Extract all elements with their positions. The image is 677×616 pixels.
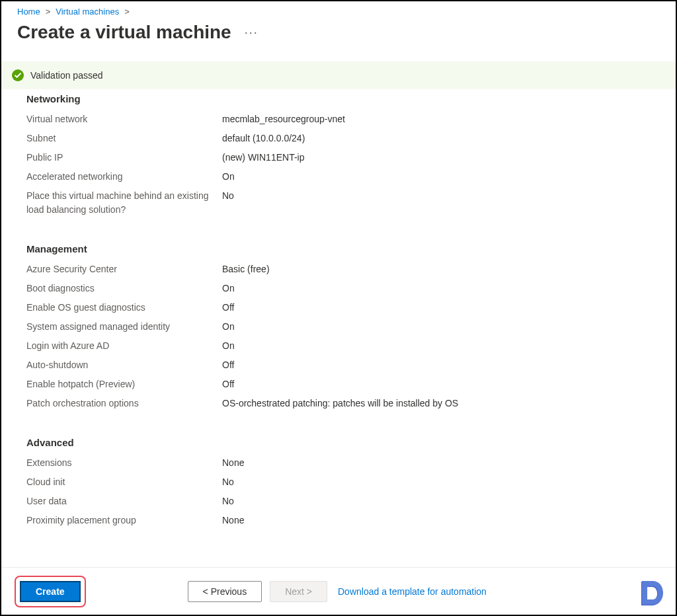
label-accelerated-networking: Accelerated networking: [26, 170, 222, 184]
label-patch-orchestration: Patch orchestration options: [26, 397, 222, 410]
label-managed-identity: System assigned managed identity: [26, 320, 222, 334]
label-user-data: User data: [26, 494, 222, 508]
value-azure-ad: On: [222, 339, 235, 353]
label-hotpatch: Enable hotpatch (Preview): [26, 377, 222, 391]
label-extensions: Extensions: [26, 456, 222, 470]
label-auto-shutdown: Auto-shutdown: [26, 358, 222, 372]
validation-text: Validation passed: [30, 70, 102, 81]
label-public-ip: Public IP: [26, 151, 222, 165]
brand-logo-icon: [636, 578, 668, 609]
create-button[interactable]: Create: [20, 581, 81, 602]
breadcrumb: Home > Virtual machines >: [17, 7, 660, 17]
value-proximity-placement: None: [222, 514, 244, 527]
value-subnet: default (10.0.0.0/24): [222, 132, 305, 145]
label-load-balancing: Place this virtual machine behind an exi…: [26, 189, 222, 217]
section-title-networking: Networking: [26, 93, 660, 104]
chevron-right-icon: >: [46, 7, 51, 17]
check-circle-icon: [12, 69, 24, 81]
value-cloud-init: No: [222, 475, 234, 489]
section-networking: Networking Virtual networkmecmlab_resour…: [17, 93, 660, 217]
value-auto-shutdown: Off: [222, 358, 234, 372]
next-button: Next >: [270, 581, 327, 602]
label-boot-diagnostics: Boot diagnostics: [26, 282, 222, 295]
label-proximity-placement: Proximity placement group: [26, 514, 222, 527]
value-hotpatch: Off: [222, 377, 234, 391]
label-azure-ad: Login with Azure AD: [26, 339, 222, 353]
value-managed-identity: On: [222, 320, 235, 334]
previous-button[interactable]: < Previous: [188, 581, 262, 602]
value-accelerated-networking: On: [222, 170, 235, 184]
value-os-guest-diagnostics: Off: [222, 301, 234, 315]
section-title-management: Management: [26, 243, 660, 254]
more-actions-button[interactable]: ···: [245, 26, 259, 40]
value-patch-orchestration: OS-orchestrated patching: patches will b…: [222, 397, 458, 410]
value-security-center: Basic (free): [222, 262, 270, 276]
label-security-center: Azure Security Center: [26, 262, 222, 276]
label-os-guest-diagnostics: Enable OS guest diagnostics: [26, 301, 222, 315]
validation-banner: Validation passed: [1, 61, 676, 89]
label-cloud-init: Cloud init: [26, 475, 222, 489]
footer-bar: Create < Previous Next > Download a temp…: [1, 567, 676, 615]
label-subnet: Subnet: [26, 132, 222, 145]
label-virtual-network: Virtual network: [26, 112, 222, 126]
section-advanced: Advanced ExtensionsNone Cloud initNo Use…: [17, 437, 660, 527]
value-load-balancing: No: [222, 189, 234, 217]
value-extensions: None: [222, 456, 244, 470]
value-user-data: No: [222, 494, 234, 508]
download-template-link[interactable]: Download a template for automation: [338, 586, 487, 597]
breadcrumb-home[interactable]: Home: [17, 7, 40, 17]
breadcrumb-virtual-machines[interactable]: Virtual machines: [56, 7, 119, 17]
value-public-ip: (new) WIN11ENT-ip: [222, 151, 304, 165]
value-boot-diagnostics: On: [222, 282, 235, 295]
value-virtual-network: mecmlab_resourcegroup-vnet: [222, 112, 345, 126]
section-title-advanced: Advanced: [26, 437, 660, 448]
section-management: Management Azure Security CenterBasic (f…: [17, 243, 660, 410]
create-button-highlight: Create: [15, 576, 86, 607]
page-title: Create a virtual machine: [17, 22, 231, 43]
chevron-right-icon: >: [124, 7, 130, 17]
